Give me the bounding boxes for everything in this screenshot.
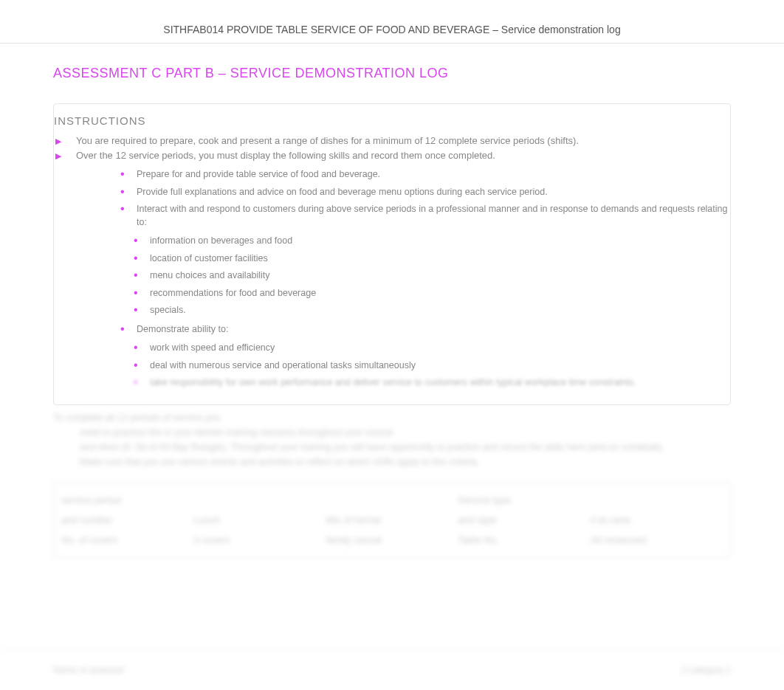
table-cell: No. of covers [61, 534, 193, 545]
table-cell [326, 494, 458, 506]
bullet-list-level2: • information on beverages and food • lo… [54, 235, 730, 317]
bullet-item: • recommendations for food and beverage [134, 287, 730, 300]
bullet-text: Prepare for and provide table service of… [137, 168, 380, 182]
bullet-text: work with speed and efficiency [150, 342, 275, 355]
bullet-dot-icon: • [134, 269, 140, 281]
bullet-item: • deal with numerous service and operati… [134, 359, 730, 373]
bullet-dot-icon: • [120, 186, 126, 198]
bullet-text: information on beverages and food [150, 235, 292, 248]
bullet-dot-icon: • [134, 304, 140, 316]
bullet-text: menu choices and availability [150, 269, 270, 283]
footer-left: Name of assessor [53, 665, 125, 675]
arrow-icon: ▶ [55, 151, 66, 161]
header-title: SITHFAB014 PROVIDE TABLE SERVICE OF FOOD… [163, 24, 620, 35]
blurred-text: Make sure that you use various events an… [53, 457, 731, 467]
table-cell: Table No. [458, 534, 591, 545]
table-cell: 3 covers [193, 534, 326, 545]
bullet-item: • Provide full explanations and advice o… [120, 186, 730, 199]
table-row: service period Service type [61, 490, 723, 510]
table-cell: and number [61, 514, 193, 525]
bullet-list-level1: • Demonstrate ability to: [54, 323, 730, 337]
blurred-table: service period Service type and number L… [53, 482, 731, 558]
bullet-dot-icon: • [134, 376, 140, 388]
main-content: ASSESSMENT C PART B – SERVICE DEMONSTRAT… [0, 66, 784, 405]
bullet-text: Provide full explanations and advice on … [137, 186, 548, 199]
page-title: ASSESSMENT C PART B – SERVICE DEMONSTRAT… [53, 66, 731, 81]
page-header: SITHFAB014 PROVIDE TABLE SERVICE OF FOOD… [0, 0, 784, 43]
table-cell [193, 494, 326, 506]
table-cell: family casual [326, 534, 458, 545]
table-row: and number Lunch Mix of formal and style… [61, 510, 723, 530]
bullet-dot-icon: • [134, 287, 140, 299]
bullet-text: specials. [150, 304, 186, 317]
table-cell: All restaurant [591, 534, 723, 545]
bullet-text: Interact with and respond to customers d… [137, 203, 730, 229]
bullet-text: take responsibility for own work perform… [150, 376, 636, 390]
bullet-item: • Interact with and respond to customers… [120, 203, 730, 229]
page-footer: Name of assessor J Category 2 [0, 649, 784, 675]
arrow-item: ▶ Over the 12 service periods, you must … [54, 149, 730, 162]
footer-right: J Category 2 [681, 665, 731, 675]
table-cell: Mix of formal [326, 514, 458, 525]
instructions-box: INSTRUCTIONS ▶ You are required to prepa… [53, 103, 731, 405]
bullet-item: • specials. [134, 304, 730, 317]
table-cell: service period [61, 494, 193, 506]
table-cell: A la carte [591, 514, 723, 525]
bullet-item: • information on beverages and food [134, 235, 730, 248]
bullet-list-level1: • Prepare for and provide table service … [54, 168, 730, 229]
blurred-text: need to practice this in your kitchen tr… [53, 427, 731, 438]
instructions-heading: INSTRUCTIONS [54, 114, 730, 127]
bullet-item: • work with speed and efficiency [134, 342, 730, 355]
table-row: No. of covers 3 covers family casual Tab… [61, 530, 723, 550]
arrow-text: You are required to prepare, cook and pr… [76, 134, 579, 148]
arrow-item: ▶ You are required to prepare, cook and … [54, 134, 730, 148]
bullet-item: • Prepare for and provide table service … [120, 168, 730, 182]
bullet-text: deal with numerous service and operation… [150, 359, 416, 373]
blurred-text: To complete all 12 periods of service yo… [53, 413, 731, 423]
header-divider [0, 43, 784, 44]
arrow-text: Over the 12 service periods, you must di… [76, 149, 495, 162]
table-cell: and style [458, 514, 591, 525]
bullet-text: Demonstrate ability to: [137, 323, 228, 337]
table-cell: Service type [458, 494, 591, 506]
arrow-list: ▶ You are required to prepare, cook and … [54, 134, 730, 162]
bullet-dot-icon: • [134, 252, 140, 264]
bullet-item: • menu choices and availability [134, 269, 730, 283]
bullet-text: recommendations for food and beverage [150, 287, 316, 300]
table-cell: Lunch [193, 514, 326, 525]
bullet-item: • Demonstrate ability to: [120, 323, 730, 337]
blurred-text: and when (if. Sb of Kit Bay Rologie). Th… [53, 442, 731, 452]
blurred-section: To complete all 12 periods of service yo… [0, 413, 784, 558]
bullet-text: location of customer facilities [150, 252, 268, 266]
bullet-dot-icon: • [134, 235, 140, 246]
bullet-item: • take responsibility for own work perfo… [134, 376, 730, 390]
bullet-list-level2: • work with speed and efficiency • deal … [54, 342, 730, 390]
bullet-dot-icon: • [120, 168, 126, 180]
bullet-dot-icon: • [134, 359, 140, 371]
bullet-dot-icon: • [134, 342, 140, 353]
bullet-dot-icon: • [120, 323, 126, 335]
bullet-dot-icon: • [120, 203, 126, 215]
arrow-icon: ▶ [55, 137, 66, 146]
table-cell [591, 494, 723, 506]
bullet-item: • location of customer facilities [134, 252, 730, 266]
